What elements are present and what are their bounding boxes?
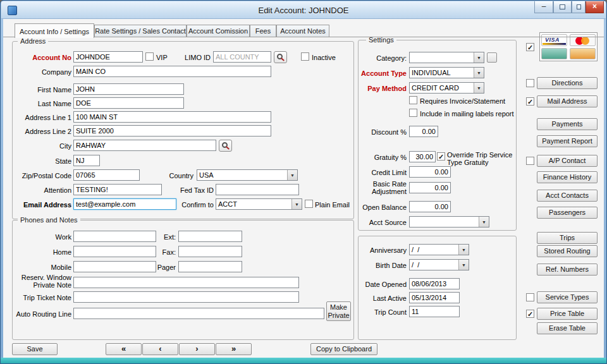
chevron-down-icon[interactable] xyxy=(474,52,484,63)
home-input[interactable] xyxy=(73,246,156,257)
make-private-button[interactable]: Make Private xyxy=(326,301,351,321)
title-bar[interactable]: Edit Account: JOHNDOE – × xyxy=(1,1,606,19)
open-balance-input[interactable] xyxy=(409,201,451,212)
plain-email-label: Plain Email xyxy=(315,201,350,209)
restore-button[interactable] xyxy=(553,1,572,13)
erase-table-button[interactable]: Erase Table xyxy=(537,322,598,334)
tab-account-comission[interactable]: Account Comission xyxy=(187,25,250,37)
price-table-checkbox[interactable]: ✓ xyxy=(526,310,534,318)
work-label: Work xyxy=(7,233,71,241)
mailing-labels-checkbox[interactable] xyxy=(409,109,417,117)
close-button[interactable]: × xyxy=(586,1,604,13)
payments-button[interactable]: Payments xyxy=(537,118,598,130)
chevron-down-icon[interactable] xyxy=(474,68,484,78)
fed-tax-id-input[interactable] xyxy=(216,184,299,195)
date-opened-input[interactable] xyxy=(409,278,460,289)
vip-checkbox[interactable] xyxy=(145,52,154,61)
override-gratuity-checkbox[interactable]: ✓ xyxy=(437,152,445,161)
save-button[interactable]: Save xyxy=(12,343,58,355)
company-input[interactable] xyxy=(73,66,271,77)
plain-email-checkbox[interactable] xyxy=(305,200,313,208)
last-active-input[interactable] xyxy=(409,292,460,303)
tab-account-notes[interactable]: Account Notes xyxy=(276,25,329,37)
confirm-to-select[interactable]: ACCT xyxy=(216,198,302,210)
stored-routing-button[interactable]: Stored Routing xyxy=(537,245,598,257)
pay-method-select[interactable]: CREDIT CARD xyxy=(409,82,484,94)
tab-rate-settings-sales-contact[interactable]: Rate Settings / Sales Contact xyxy=(94,25,187,37)
inactive-label: Inactive xyxy=(312,54,336,61)
address-line1-label: Address Line 1 xyxy=(7,114,71,121)
requires-invoice-label: Requires Invoice/Statement xyxy=(420,97,505,105)
service-types-button[interactable]: Service Types xyxy=(537,291,598,303)
address-line2-input[interactable] xyxy=(73,125,271,136)
finance-history-button[interactable]: Finance History xyxy=(537,171,598,183)
chevron-down-icon[interactable] xyxy=(458,260,469,270)
directions-button[interactable]: Directions xyxy=(537,77,598,89)
category-more-button[interactable] xyxy=(487,52,497,63)
email-address-input[interactable] xyxy=(73,198,176,210)
last-name-input[interactable] xyxy=(73,97,184,109)
trip-ticket-note-input[interactable] xyxy=(73,291,299,303)
limo-id-input[interactable] xyxy=(213,51,271,63)
first-record-button[interactable]: « xyxy=(106,343,142,355)
minimize-button[interactable]: – xyxy=(534,1,553,13)
tab-account-info-settings[interactable]: Account Info / Settings xyxy=(15,23,94,38)
address-line1-input[interactable] xyxy=(73,111,271,123)
directions-checkbox[interactable] xyxy=(526,79,534,87)
account-type-select[interactable]: INDIVIDUAL xyxy=(409,67,484,78)
auto-routing-line-input[interactable] xyxy=(73,308,324,319)
work-input[interactable] xyxy=(73,231,156,242)
chevron-down-icon[interactable] xyxy=(458,245,469,255)
acct-source-select[interactable] xyxy=(409,216,489,228)
chevron-down-icon[interactable] xyxy=(474,83,484,93)
mail-address-checkbox[interactable]: ✓ xyxy=(526,97,534,106)
anniversary-select[interactable]: / / xyxy=(409,244,469,255)
card-on-file-checkbox[interactable]: ✓ xyxy=(526,43,534,51)
inactive-checkbox[interactable] xyxy=(301,52,309,61)
ap-contact-checkbox[interactable] xyxy=(526,157,534,165)
mobile-input[interactable] xyxy=(73,261,156,272)
ext-label: Ext: xyxy=(149,233,176,241)
attention-input[interactable] xyxy=(73,184,162,195)
discount-input[interactable] xyxy=(409,126,438,137)
credit-limit-input[interactable] xyxy=(409,166,451,178)
service-types-checkbox[interactable] xyxy=(526,293,534,301)
next-record-button[interactable]: › xyxy=(179,343,215,355)
chevron-down-icon[interactable] xyxy=(479,217,489,227)
maximize-button[interactable] xyxy=(572,1,586,13)
zip-input[interactable] xyxy=(73,169,140,181)
mastercard-logo xyxy=(570,34,596,46)
mail-address-button[interactable]: Mail Address xyxy=(537,95,598,107)
birth-date-select[interactable]: / / xyxy=(409,259,469,270)
last-record-button[interactable]: » xyxy=(216,343,252,355)
ext-input[interactable] xyxy=(178,231,242,242)
acct-contacts-button[interactable]: Acct Contacts xyxy=(537,190,598,202)
fax-input[interactable] xyxy=(178,246,242,257)
tab-fees[interactable]: Fees xyxy=(250,25,276,37)
first-name-input[interactable] xyxy=(73,83,184,95)
account-no-input[interactable] xyxy=(73,51,143,63)
basic-rate-adjustment-input[interactable] xyxy=(409,182,451,193)
amex-logo xyxy=(541,48,567,59)
chevron-down-icon[interactable] xyxy=(287,170,297,180)
trips-button[interactable]: Trips xyxy=(537,232,598,244)
trip-count-input[interactable] xyxy=(409,306,460,317)
previous-record-button[interactable]: ‹ xyxy=(142,343,178,355)
reserv-window-private-note-input[interactable] xyxy=(73,277,299,288)
ref-numbers-button[interactable]: Ref. Numbers xyxy=(537,264,598,276)
city-search-button[interactable] xyxy=(219,140,232,152)
requires-invoice-checkbox[interactable] xyxy=(409,96,417,104)
category-select[interactable] xyxy=(409,52,484,63)
payment-report-button[interactable]: Payment Report xyxy=(537,135,598,147)
gratuity-input[interactable] xyxy=(409,151,436,162)
passengers-button[interactable]: Passengers xyxy=(537,207,598,219)
state-input[interactable] xyxy=(73,155,100,166)
ap-contact-button[interactable]: A/P Contact xyxy=(537,155,598,167)
price-table-button[interactable]: Price Table xyxy=(537,308,598,320)
limo-id-search-button[interactable] xyxy=(274,51,287,63)
city-input[interactable] xyxy=(73,140,216,151)
pager-input[interactable] xyxy=(178,261,242,272)
chevron-down-icon[interactable] xyxy=(291,199,302,209)
country-select[interactable]: USA xyxy=(197,169,298,181)
copy-to-clipboard-button[interactable]: Copy to Clipboard xyxy=(310,343,377,355)
